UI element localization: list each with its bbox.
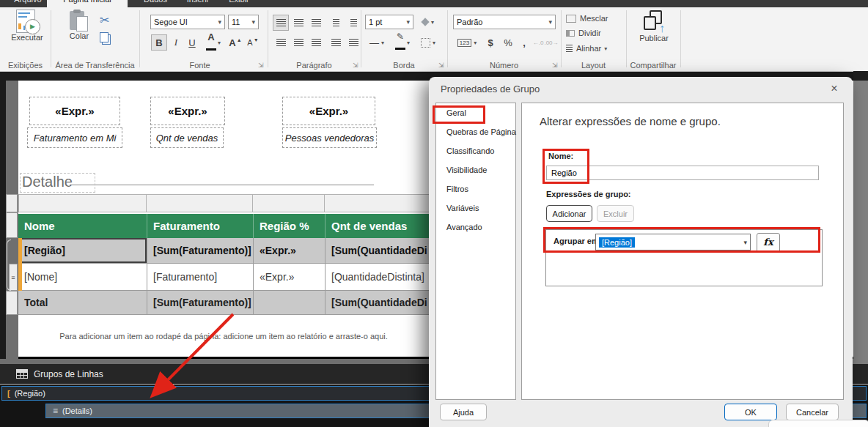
- fx-button[interactable]: fx: [757, 233, 780, 253]
- cell-regiao[interactable]: [Região]: [18, 238, 147, 264]
- cell-total[interactable]: Total: [18, 291, 147, 315]
- chevron-down-icon: ▾: [218, 18, 221, 26]
- group-separator: [561, 10, 562, 67]
- split-button[interactable]: Dividir: [566, 25, 622, 41]
- tab-pagina-inicial[interactable]: Página Inicial: [47, 0, 128, 7]
- decrease-indent-button[interactable]: [328, 15, 344, 31]
- number-dialog-launcher-icon[interactable]: ⇲: [552, 62, 558, 69]
- align-top-button[interactable]: [273, 15, 289, 31]
- number-format-value: Padrão: [457, 18, 546, 26]
- align-objects-icon: [566, 45, 573, 52]
- close-icon[interactable]: ×: [822, 79, 847, 98]
- merge-button[interactable]: Mesclar: [566, 10, 622, 26]
- group-label-font: Fonte: [139, 61, 260, 70]
- line-style-button[interactable]: — ▾: [365, 34, 389, 51]
- header-row-handle[interactable]: [6, 212, 18, 238]
- grow-font-button[interactable]: A▲: [227, 34, 243, 51]
- run-button[interactable]: ▶ Executar: [6, 10, 48, 42]
- textbox-caption-3[interactable]: Pessoas vendedoras: [282, 127, 377, 148]
- increase-decimals-button[interactable]: .00→: [544, 34, 559, 51]
- align-middle-button[interactable]: [290, 15, 306, 31]
- nav-item-classificando[interactable]: Classificando: [436, 141, 515, 160]
- border-preset-button[interactable]: ▾: [416, 34, 440, 51]
- textbox-caption-2[interactable]: Qnt de vendas: [150, 127, 224, 148]
- cut-icon[interactable]: ✂: [100, 13, 109, 27]
- cell-expr[interactable]: «Expr.»: [253, 238, 325, 264]
- nav-item-geral[interactable]: Geral: [436, 103, 515, 122]
- textbox-caption-1[interactable]: Faturamento em Mi: [27, 127, 122, 148]
- cell-total-empty[interactable]: [253, 291, 325, 315]
- align-center-button[interactable]: [290, 34, 306, 51]
- comma-button[interactable]: ,: [519, 34, 529, 51]
- header-cell-nome[interactable]: Nome: [18, 214, 147, 238]
- font-color-button[interactable]: A ▾: [202, 34, 224, 51]
- increase-indent-button[interactable]: [345, 15, 361, 31]
- nav-item-avancado[interactable]: Avançado: [436, 218, 515, 237]
- align-right-button[interactable]: [308, 34, 324, 51]
- name-label: Nome:: [548, 152, 573, 160]
- chevron-down-icon: ▾: [474, 40, 477, 46]
- cancel-button[interactable]: Cancelar: [786, 404, 839, 420]
- publish-button[interactable]: ↑ Publicar: [630, 10, 677, 42]
- header-cell-regiao-pct[interactable]: Região %: [253, 214, 325, 238]
- border-width-select[interactable]: 1 pt ▾: [365, 15, 413, 29]
- chevron-down-icon: ▾: [407, 40, 410, 46]
- textbox-expr-1[interactable]: «Expr.»: [29, 97, 120, 125]
- italic-button[interactable]: I: [169, 34, 183, 51]
- decrease-decimals-button[interactable]: ←.0: [531, 34, 545, 51]
- total-row-handle[interactable]: [6, 291, 18, 315]
- tab-inserir[interactable]: Inserir: [176, 0, 220, 7]
- grid-icon: [16, 369, 28, 379]
- cell-total-faturamento[interactable]: [Sum(Faturamento)]: [147, 291, 253, 315]
- tab-arquivo[interactable]: Arquivo: [4, 0, 51, 7]
- add-button[interactable]: Adicionar: [546, 205, 592, 222]
- paste-button[interactable]: Colar: [62, 10, 97, 40]
- font-name-select[interactable]: Segoe UI ▾: [150, 15, 225, 29]
- group-label-clipboard: Área de Transferência: [51, 61, 139, 70]
- font-size-select[interactable]: 11 ▾: [228, 15, 259, 29]
- currency-button[interactable]: $: [484, 34, 497, 51]
- bullet-list-button[interactable]: [328, 34, 344, 51]
- textbox-expr-3[interactable]: «Expr.»: [282, 97, 375, 125]
- nav-item-quebras[interactable]: Quebras de Página: [436, 122, 515, 141]
- cell-faturamento[interactable]: [Faturamento]: [147, 264, 253, 291]
- header-cell-faturamento[interactable]: Faturamento: [147, 214, 253, 238]
- number-badge-button[interactable]: 123 ▾: [453, 34, 481, 51]
- tab-dados[interactable]: Dados: [133, 0, 177, 7]
- border-preset-icon: [421, 38, 430, 48]
- group-label-share: Compartilhar: [626, 61, 680, 70]
- border-color-button[interactable]: ✎ ▾: [391, 34, 413, 51]
- numbered-list-button[interactable]: [345, 34, 361, 51]
- number-format-select[interactable]: Padrão ▾: [453, 15, 556, 29]
- textbox-expr-2[interactable]: «Expr.»: [150, 97, 225, 125]
- group-on-combobox[interactable]: [Região] ▾: [595, 234, 751, 250]
- underline-button[interactable]: U: [185, 34, 199, 51]
- border-dialog-launcher-icon[interactable]: ⇲: [438, 62, 444, 69]
- nav-item-variaveis[interactable]: Variáveis: [436, 198, 515, 218]
- delete-button[interactable]: Excluir: [597, 205, 634, 222]
- paragraph-dialog-launcher-icon[interactable]: ⇲: [353, 62, 358, 69]
- help-button[interactable]: Ajuda: [440, 404, 487, 420]
- group-item-label: (Região): [15, 389, 45, 398]
- fill-color-icon: [421, 18, 429, 26]
- cell-nome[interactable]: [Nome]: [18, 264, 147, 291]
- ribbon-tab-strip: Arquivo Página Inicial Dados Inserir Exi…: [0, 0, 868, 7]
- font-dialog-launcher-icon[interactable]: ⇲: [258, 62, 264, 69]
- fill-color-button[interactable]: ▾: [416, 14, 440, 30]
- bold-button[interactable]: B: [151, 34, 167, 51]
- nav-item-filtros[interactable]: Filtros: [436, 179, 515, 198]
- align-bottom-button[interactable]: [308, 15, 324, 31]
- ok-button[interactable]: OK: [724, 404, 777, 420]
- name-input[interactable]: [546, 166, 819, 180]
- cell-sum-faturamento[interactable]: [Sum(Faturamento)]: [147, 238, 253, 264]
- align-button[interactable]: Alinhar ▾: [566, 40, 625, 56]
- shrink-font-button[interactable]: A▼: [245, 34, 261, 51]
- nav-item-visibilidade[interactable]: Visibilidade: [436, 160, 515, 179]
- table-corner-handle[interactable]: [6, 194, 18, 212]
- group-label-layout: Layout: [561, 61, 626, 70]
- tab-exibir[interactable]: Exibir: [217, 0, 261, 7]
- align-left-button[interactable]: [273, 34, 289, 51]
- cell-expr-details[interactable]: «Expr.»: [253, 264, 325, 291]
- copy-icon[interactable]: [100, 32, 110, 44]
- percent-button[interactable]: %: [500, 34, 516, 51]
